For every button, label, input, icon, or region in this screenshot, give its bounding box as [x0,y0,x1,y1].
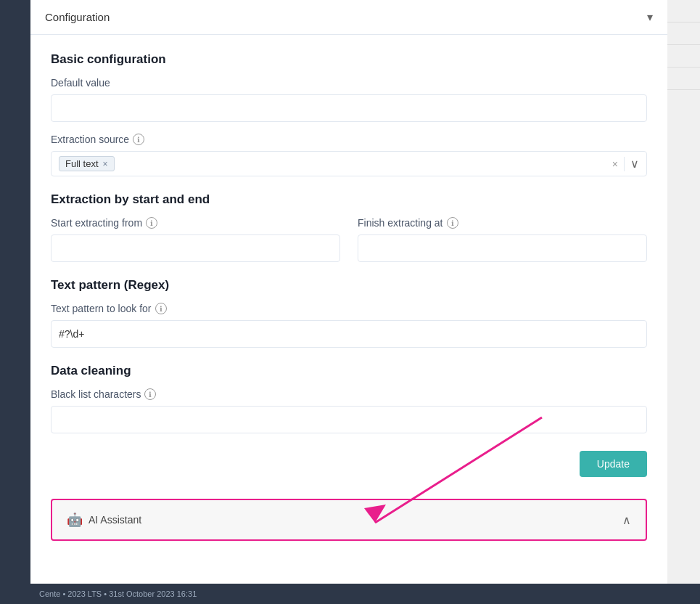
ai-assistant-title: 🤖 AI Assistant [67,512,141,528]
data-cleaning-section: Data cleaning Black list characters ℹ [51,364,647,444]
bottom-bar-text: Cente • 2023 LTS • 31st October 2023 16:… [39,589,197,598]
dropdown-arrow-icon[interactable]: ∨ [630,157,639,171]
modal-header[interactable]: Configuration ▾ [30,0,667,35]
finish-extracting-label: Finish extracting at ℹ [358,217,647,229]
finish-extracting-col: Finish extracting at ℹ [358,217,647,262]
ai-assistant-chevron-icon[interactable]: ∧ [622,513,631,527]
default-value-input[interactable] [51,94,647,122]
extraction-start-end-title: Extraction by start and end [51,192,647,207]
start-extracting-input[interactable] [51,234,340,262]
text-pattern-input[interactable] [51,320,647,348]
extraction-start-end-section: Extraction by start and end Start extrac… [51,192,647,262]
finish-extracting-input[interactable] [358,234,647,262]
dropdown-controls: × ∨ [612,157,639,171]
data-cleaning-title: Data cleaning [51,364,647,378]
dropdown-divider [624,157,625,171]
modal-title: Configuration [45,11,110,23]
ai-assistant-header[interactable]: 🤖 AI Assistant ∧ [52,500,646,539]
extraction-source-label: Extraction source ℹ [51,134,647,145]
text-pattern-label: Text pattern to look for ℹ [51,303,647,314]
start-extracting-col: Start extracting from ℹ [51,217,340,262]
sidebar-left [0,0,30,604]
update-button-row: Update [51,444,647,477]
start-extracting-info-icon[interactable]: ℹ [146,217,157,229]
finish-extracting-info-icon[interactable]: ℹ [447,217,458,229]
black-list-input[interactable] [51,406,647,433]
text-pattern-section: Text pattern (Regex) Text pattern to loo… [51,278,647,348]
update-button[interactable]: Update [580,451,647,477]
tag-close-icon[interactable]: × [103,159,108,169]
start-end-grid: Start extracting from ℹ Finish extractin… [51,217,647,262]
extraction-source-dropdown[interactable]: Full text × × ∨ [51,151,647,176]
bottom-bar: Cente • 2023 LTS • 31st October 2023 16:… [30,584,700,604]
modal-body: Basic configuration Default value Extrac… [30,35,667,558]
modal-chevron-icon[interactable]: ▾ [647,10,653,24]
default-value-label: Default value [51,77,647,89]
text-pattern-title: Text pattern (Regex) [51,278,647,293]
black-list-info-icon[interactable]: ℹ [144,388,156,400]
black-list-label: Black list characters ℹ [51,388,647,400]
text-pattern-info-icon[interactable]: ℹ [155,303,167,314]
extraction-source-tag: Full text × [59,156,115,171]
start-extracting-label: Start extracting from ℹ [51,217,340,229]
basic-config-section: Basic configuration Default value Extrac… [51,52,647,176]
robot-icon: 🤖 [67,512,83,528]
basic-config-title: Basic configuration [51,52,647,67]
dropdown-clear-icon[interactable]: × [612,158,618,170]
extraction-source-info-icon[interactable]: ℹ [133,134,144,145]
ai-assistant-section: 🤖 AI Assistant ∧ [51,499,647,541]
